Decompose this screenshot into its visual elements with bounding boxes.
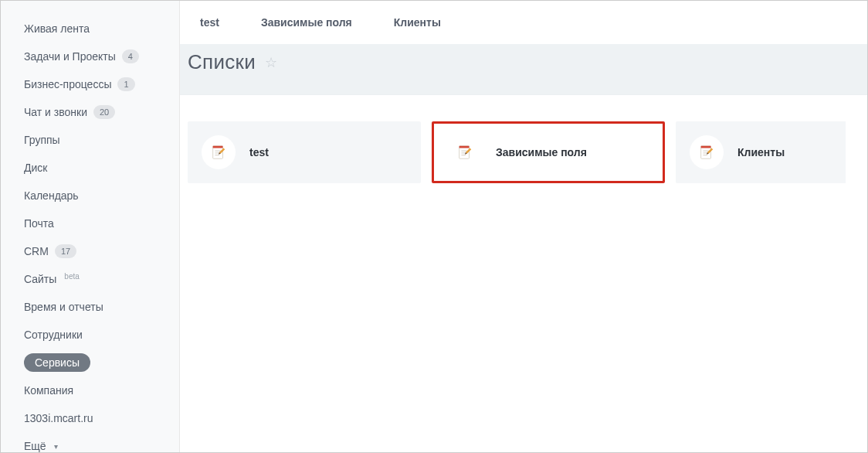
- list-icon: [448, 135, 482, 169]
- sidebar-item-label: Почта: [24, 217, 54, 230]
- sidebar-item-feed[interactable]: Живая лента: [1, 15, 179, 43]
- sidebar-item-processes[interactable]: Бизнес-процессы 1: [1, 70, 179, 98]
- sidebar-item-company[interactable]: Компания: [1, 376, 179, 404]
- sidebar-item-domain[interactable]: 1303i.mcart.ru: [1, 404, 179, 432]
- chevron-down-icon: ▾: [54, 442, 58, 451]
- svg-rect-11: [701, 146, 711, 148]
- sidebar-item-label: Сотрудники: [24, 329, 83, 341]
- tab-test[interactable]: test: [200, 16, 219, 29]
- sidebar-item-services[interactable]: Сервисы: [1, 349, 179, 376]
- tab-dependent-fields[interactable]: Зависимые поля: [261, 16, 352, 29]
- star-icon[interactable]: ☆: [265, 54, 277, 71]
- sidebar-item-groups[interactable]: Группы: [1, 126, 179, 154]
- sidebar-item-label: Время и отчеты: [24, 301, 103, 313]
- sidebar-item-label: Диск: [24, 162, 47, 174]
- sidebar-item-sites[interactable]: Сайты beta: [1, 265, 179, 293]
- sidebar: Живая лента Задачи и Проекты 4 Бизнес-пр…: [1, 1, 180, 452]
- sidebar-badge: 20: [93, 105, 115, 119]
- list-icon: [202, 135, 236, 169]
- sidebar-item-employees[interactable]: Сотрудники: [1, 321, 179, 349]
- sidebar-item-chat[interactable]: Чат и звонки 20: [1, 98, 179, 126]
- sidebar-badge: 1: [117, 77, 134, 91]
- sidebar-item-label: Компания: [24, 384, 73, 397]
- sidebar-item-label: CRM: [24, 245, 49, 257]
- sidebar-item-more[interactable]: Ещё ▾: [1, 432, 179, 452]
- sidebar-item-disk[interactable]: Диск: [1, 154, 179, 182]
- topbar: test Зависимые поля Клиенты: [180, 1, 867, 44]
- main-area: test Зависимые поля Клиенты Списки ☆: [180, 1, 867, 452]
- list-card-dependent-fields[interactable]: Зависимые поля: [432, 121, 665, 183]
- svg-rect-6: [459, 146, 470, 148]
- titlebar: Списки ☆: [180, 44, 867, 95]
- notepad-icon: [210, 144, 227, 161]
- notepad-icon: [456, 144, 473, 161]
- sidebar-item-label: Календарь: [24, 189, 79, 202]
- sidebar-item-time[interactable]: Время и отчеты: [1, 293, 179, 321]
- sidebar-item-tasks[interactable]: Задачи и Проекты 4: [1, 43, 179, 70]
- sidebar-item-label: Группы: [24, 134, 60, 146]
- sidebar-item-label: Ещё: [24, 440, 46, 452]
- notepad-icon: [698, 144, 715, 161]
- cards-row: test Зависимые поля: [180, 95, 867, 183]
- sidebar-item-label: Бизнес-процессы: [24, 78, 111, 90]
- sidebar-badge: 17: [55, 244, 76, 258]
- sidebar-badge: 4: [122, 49, 139, 63]
- page-title: Списки: [188, 50, 256, 74]
- sidebar-item-crm[interactable]: CRM 17: [1, 237, 179, 265]
- card-label: Зависимые поля: [496, 146, 587, 158]
- sidebar-item-mail[interactable]: Почта: [1, 209, 179, 237]
- svg-rect-1: [213, 146, 223, 148]
- list-icon: [690, 135, 724, 169]
- sidebar-item-label: 1303i.mcart.ru: [24, 412, 93, 424]
- card-label: test: [249, 146, 269, 158]
- sidebar-item-label: Чат и звонки: [24, 106, 87, 118]
- list-card-clients[interactable]: Клиенты: [676, 121, 846, 183]
- list-card-test[interactable]: test: [188, 121, 421, 183]
- sidebar-item-sup: beta: [64, 272, 79, 281]
- tab-clients[interactable]: Клиенты: [394, 16, 441, 29]
- sidebar-item-label: Сервисы: [24, 353, 90, 372]
- sidebar-item-label: Живая лента: [24, 22, 90, 35]
- sidebar-item-calendar[interactable]: Календарь: [1, 182, 179, 209]
- sidebar-item-label: Сайты: [24, 273, 56, 285]
- sidebar-item-label: Задачи и Проекты: [24, 50, 116, 63]
- card-label: Клиенты: [737, 146, 785, 158]
